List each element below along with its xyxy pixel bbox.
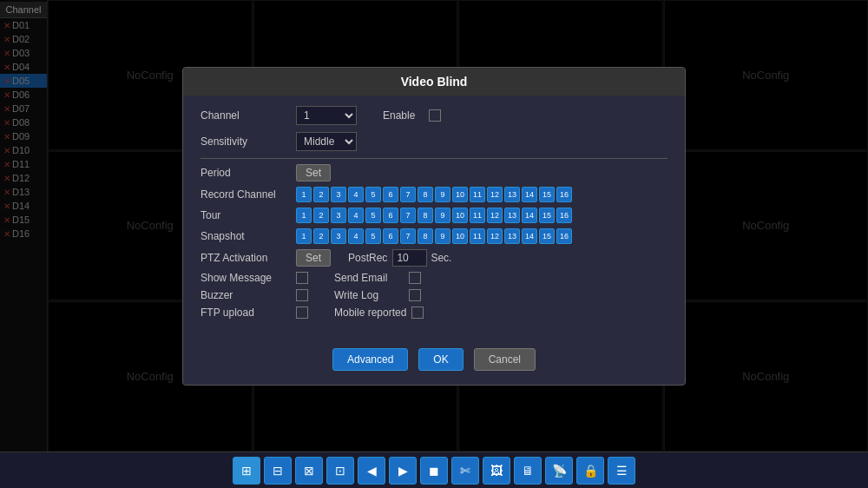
channel-btn-15[interactable]: 15 — [539, 187, 555, 202]
modal-footer: Advanced OK Cancel — [183, 334, 685, 385]
buzzer-checkbox[interactable] — [296, 289, 308, 301]
toolbar-btn-image[interactable]: 🖼 — [483, 457, 510, 485]
toolbar-btn-menu[interactable]: ☰ — [608, 457, 635, 485]
mobile-label: Mobile reported — [334, 307, 406, 319]
period-row: Period Set — [201, 164, 667, 181]
channel-btn-16[interactable]: 16 — [556, 228, 572, 244]
channel-btn-9[interactable]: 9 — [435, 187, 450, 202]
channel-btn-13[interactable]: 13 — [504, 228, 520, 244]
snapshot-label: Snapshot — [201, 230, 296, 242]
toolbar-btn-signal[interactable]: 📡 — [545, 457, 573, 485]
channel-btn-9[interactable]: 9 — [435, 208, 450, 223]
channel-btn-6[interactable]: 6 — [383, 208, 398, 223]
channel-btn-4[interactable]: 4 — [348, 228, 364, 244]
postrec-input[interactable] — [392, 249, 427, 267]
modal-body: Channel 1234 5678 Enable Sensitivity Low… — [183, 96, 685, 334]
toolbar-btn-lock[interactable]: 🔒 — [576, 457, 604, 485]
enable-label: Enable — [383, 109, 415, 122]
channel-label: Channel — [201, 109, 287, 122]
toolbar-btn-grid16[interactable]: ⊡ — [326, 457, 354, 485]
channel-btn-8[interactable]: 8 — [418, 228, 433, 244]
channel-btn-5[interactable]: 5 — [365, 228, 381, 244]
ftp-checkbox[interactable] — [296, 307, 308, 319]
channel-btn-2[interactable]: 2 — [313, 208, 329, 223]
buzzer-label: Buzzer — [201, 289, 296, 301]
sensitivity-row: Sensitivity LowMiddleHigh — [201, 132, 667, 151]
toolbar-btn-prev[interactable]: ◀ — [358, 457, 385, 485]
channel-btn-1[interactable]: 1 — [296, 187, 312, 202]
toolbar-btn-monitor[interactable]: 🖥 — [514, 457, 542, 485]
sec-label: Sec. — [431, 252, 451, 264]
channel-btn-3[interactable]: 3 — [331, 208, 346, 223]
checkboxes-row-2: Buzzer Write Log — [201, 289, 667, 301]
toolbar-btn-fullscreen[interactable]: ◼ — [420, 457, 448, 485]
channel-btn-7[interactable]: 7 — [400, 228, 416, 244]
channel-btn-6[interactable]: 6 — [383, 187, 398, 202]
ftp-label: FTP upload — [201, 307, 296, 319]
channel-btn-13[interactable]: 13 — [504, 208, 520, 223]
channel-btn-4[interactable]: 4 — [348, 208, 364, 223]
mobile-checkbox[interactable] — [411, 307, 424, 319]
channel-btn-3[interactable]: 3 — [331, 187, 346, 202]
channel-btn-15[interactable]: 15 — [539, 208, 555, 223]
channel-btn-11[interactable]: 11 — [470, 228, 485, 244]
ok-button[interactable]: OK — [418, 348, 463, 371]
channel-btn-8[interactable]: 8 — [418, 187, 433, 202]
channel-btn-6[interactable]: 6 — [383, 228, 398, 244]
channel-btn-12[interactable]: 12 — [487, 187, 503, 202]
enable-checkbox[interactable] — [429, 109, 441, 122]
channel-btn-11[interactable]: 11 — [470, 187, 485, 202]
modal-title: Video Blind — [183, 68, 685, 96]
channel-btn-14[interactable]: 14 — [522, 208, 537, 223]
toolbar-btn-grid4[interactable]: ⊞ — [233, 457, 260, 485]
channel-btn-5[interactable]: 5 — [365, 187, 381, 202]
toolbar-btn-grid6[interactable]: ⊟ — [264, 457, 292, 485]
channel-btn-16[interactable]: 16 — [556, 187, 572, 202]
channel-btn-14[interactable]: 14 — [522, 228, 537, 244]
snapshot-channel-grid: 12345678910111213141516 — [296, 228, 572, 244]
toolbar-btn-grid8[interactable]: ⊠ — [295, 457, 323, 485]
sensitivity-label: Sensitivity — [201, 135, 287, 148]
channel-row: Channel 1234 5678 Enable — [201, 106, 667, 125]
postrec-label: PostRec — [348, 252, 387, 264]
cancel-button[interactable]: Cancel — [474, 348, 536, 371]
channel-btn-10[interactable]: 10 — [452, 187, 468, 202]
channel-select[interactable]: 1234 5678 — [296, 106, 357, 125]
channel-btn-10[interactable]: 10 — [452, 228, 468, 244]
channel-btn-15[interactable]: 15 — [539, 228, 555, 244]
channel-btn-11[interactable]: 11 — [470, 208, 485, 223]
channel-btn-7[interactable]: 7 — [400, 208, 416, 223]
toolbar-btn-next[interactable]: ▶ — [389, 457, 417, 485]
channel-btn-14[interactable]: 14 — [522, 187, 537, 202]
channel-btn-1[interactable]: 1 — [296, 228, 312, 244]
channel-btn-3[interactable]: 3 — [331, 228, 346, 244]
checkboxes-row-1: Show Message Send Email — [201, 272, 667, 284]
send-email-checkbox[interactable] — [409, 272, 421, 284]
write-log-checkbox[interactable] — [409, 289, 421, 301]
send-email-label: Send Email — [334, 272, 404, 284]
sensitivity-select[interactable]: LowMiddleHigh — [296, 132, 357, 151]
channel-btn-7[interactable]: 7 — [400, 187, 416, 202]
modal-overlay: Video Blind Channel 1234 5678 Enable Sen… — [0, 0, 868, 452]
channel-btn-8[interactable]: 8 — [418, 208, 433, 223]
ptz-set-btn[interactable]: Set — [296, 249, 331, 267]
channel-btn-10[interactable]: 10 — [452, 208, 468, 223]
toolbar-btn-crop[interactable]: ✄ — [451, 457, 479, 485]
channel-btn-5[interactable]: 5 — [365, 208, 381, 223]
channel-btn-16[interactable]: 16 — [556, 208, 572, 223]
advanced-button[interactable]: Advanced — [332, 348, 408, 371]
channel-btn-1[interactable]: 1 — [296, 208, 312, 223]
channel-btn-2[interactable]: 2 — [313, 228, 329, 244]
show-message-checkbox[interactable] — [296, 272, 308, 284]
divider-1 — [201, 158, 667, 159]
tour-row: Tour 12345678910111213141516 — [201, 208, 667, 223]
channel-btn-12[interactable]: 12 — [487, 208, 503, 223]
channel-btn-13[interactable]: 13 — [504, 187, 520, 202]
channel-btn-9[interactable]: 9 — [435, 228, 450, 244]
period-set-btn[interactable]: Set — [296, 164, 331, 181]
channel-btn-12[interactable]: 12 — [487, 228, 503, 244]
checkboxes-row-3: FTP upload Mobile reported — [201, 307, 667, 319]
record-channel-grid: 12345678910111213141516 — [296, 187, 572, 202]
channel-btn-4[interactable]: 4 — [348, 187, 364, 202]
channel-btn-2[interactable]: 2 — [313, 187, 329, 202]
